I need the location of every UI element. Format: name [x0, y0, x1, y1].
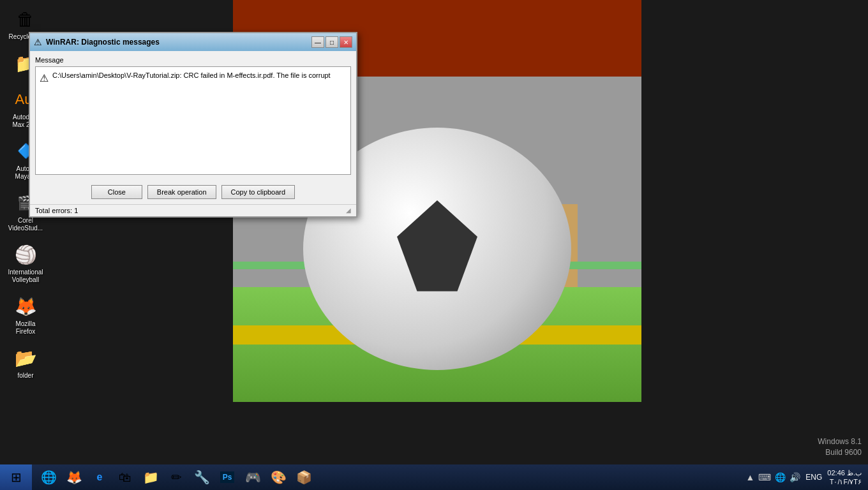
taskbar-store[interactable]: 🛍	[114, 466, 137, 489]
folder2-label: folder	[17, 372, 33, 380]
firefox-icon: 🦊	[13, 293, 38, 319]
copy-clipboard-button[interactable]: Copy to clipboard	[221, 185, 296, 199]
ie-icon: e	[97, 471, 103, 483]
recycle-bin-icon: 🗑	[13, 6, 38, 32]
total-errors-count: 1	[74, 207, 78, 214]
taskbar-ie[interactable]: e	[88, 466, 111, 489]
firefox-taskbar-icon: 🦊	[66, 470, 82, 485]
photoshop-icon: Ps	[220, 471, 235, 483]
app1-icon: 🔧	[194, 470, 210, 485]
folder2-icon: 📂	[13, 345, 38, 371]
title-warning-icon: ⚠	[34, 37, 42, 47]
firefox-label: MozillaFirefox	[15, 320, 35, 336]
taskbar-explorer[interactable]: 📁	[139, 466, 162, 489]
taskbar-photoshop[interactable]: Ps	[216, 466, 239, 489]
tray-volume[interactable]: 🔊	[789, 472, 800, 482]
volleyball-icon: 🏐	[13, 242, 38, 267]
windows-version-line1: Windows 8.1	[818, 436, 862, 447]
break-operation-button[interactable]: Break operation	[147, 185, 216, 199]
titlebar-controls: — □ ✕	[311, 36, 352, 48]
taskbar-app1[interactable]: 🔧	[190, 466, 213, 489]
tray-network[interactable]: 🌐	[775, 472, 786, 482]
taskbar-sketchup[interactable]: ✏	[165, 466, 188, 489]
taskbar-firefox[interactable]: 🦊	[63, 466, 86, 489]
language-indicator[interactable]: ENG	[805, 473, 822, 482]
icon-folder2[interactable]: 📂 folder	[3, 345, 48, 380]
windows-version-line2: Build 9600	[818, 447, 862, 458]
total-errors-label: Total errors:	[35, 207, 72, 214]
corel-video-label: Corel VideoStud...	[3, 217, 48, 232]
paint-icon: 🎨	[271, 470, 287, 485]
taskbar-chrome[interactable]: 🌐	[37, 466, 60, 489]
clock-date: T۰/۱F/۷T۶	[827, 477, 862, 486]
taskbar-right: ▲ ⌨ 🌐 🔊 ENG 02:46 ب.ظ T۰/۱F/۷T۶	[739, 464, 868, 490]
desktop: 🗑 Recycle Bin 📁 Aut Autode...Max 20... 🔷…	[0, 0, 868, 490]
system-tray: ▲ ⌨ 🌐 🔊	[745, 472, 800, 482]
dialog-title: WinRAR: Diagnostic messages	[46, 38, 160, 47]
resize-handle: ◢	[346, 207, 351, 214]
dialog-buttons: Close Break operation Copy to clipboard	[30, 180, 356, 204]
taskbar-winrar[interactable]: 📦	[292, 466, 315, 489]
close-button[interactable]: Close	[91, 185, 142, 199]
clock-time: 02:46 ب.ظ	[827, 468, 862, 477]
chrome-icon: 🌐	[41, 470, 57, 485]
taskbar-app2[interactable]: 🎮	[241, 466, 264, 489]
start-button[interactable]: ⊞	[0, 464, 32, 490]
icon-firefox[interactable]: 🦊 MozillaFirefox	[3, 293, 48, 336]
taskbar: ⊞ 🌐 🦊 e 🛍 📁 ✏ 🔧	[0, 464, 868, 490]
sketchup-icon: ✏	[171, 470, 182, 485]
message-text: C:\Users\amin\Desktop\V-RayTutorial.zip:…	[52, 71, 331, 80]
dialog-content: Message ⚠ C:\Users\amin\Desktop\V-RayTut…	[30, 51, 356, 180]
app2-icon: 🎮	[245, 470, 261, 485]
winrar-icon: 📦	[296, 470, 312, 485]
system-clock: 02:46 ب.ظ T۰/۱F/۷T۶	[827, 468, 862, 487]
taskbar-icons: 🌐 🦊 e 🛍 📁 ✏ 🔧 Ps 🎮	[32, 466, 320, 489]
volleyball-label: InternationalVolleyball	[8, 269, 43, 284]
windows-version: Windows 8.1 Build 9600	[818, 436, 862, 458]
message-label: Message	[35, 56, 351, 64]
taskbar-paint[interactable]: 🎨	[267, 466, 290, 489]
message-box: ⚠ C:\Users\amin\Desktop\V-RayTutorial.zi…	[35, 66, 351, 175]
dialog-status-bar: Total errors: 1 ◢	[30, 204, 356, 216]
explorer-icon: 📁	[143, 470, 159, 485]
tray-up-arrow[interactable]: ▲	[745, 472, 754, 482]
restore-button[interactable]: □	[326, 36, 338, 48]
store-icon: 🛍	[119, 470, 131, 485]
status-text: Total errors: 1	[35, 207, 78, 214]
winrar-dialog: ⚠ WinRAR: Diagnostic messages — □ ✕ Mess…	[29, 32, 357, 218]
icon-volleyball[interactable]: 🏐 InternationalVolleyball	[3, 242, 48, 284]
message-warning-icon: ⚠	[40, 72, 49, 84]
titlebar-left: ⚠ WinRAR: Diagnostic messages	[34, 37, 160, 47]
minimize-button[interactable]: —	[311, 36, 324, 48]
tray-keyboard[interactable]: ⌨	[758, 472, 771, 482]
dialog-titlebar[interactable]: ⚠ WinRAR: Diagnostic messages — □ ✕	[30, 33, 356, 51]
close-window-button[interactable]: ✕	[340, 36, 352, 48]
start-icon: ⊞	[11, 470, 22, 485]
